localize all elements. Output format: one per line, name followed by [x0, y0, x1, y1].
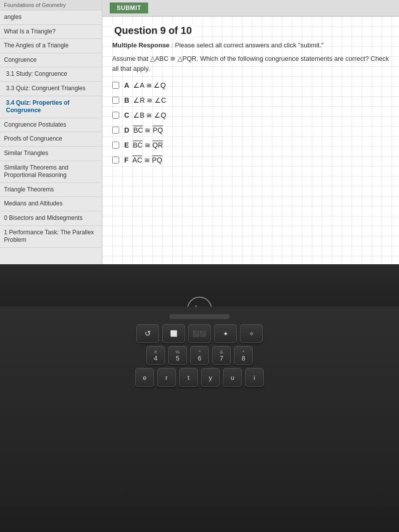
option-label-d: D	[124, 126, 129, 134]
sidebar-header: Foundations of Geometry	[0, 0, 102, 10]
laptop-body: hp ↺ ⬜ ⬛⬛ ✦ ✧	[0, 264, 399, 532]
sidebar-item-study-congruence[interactable]: 3.1 Study: Congruence	[0, 67, 102, 82]
sidebar-item-similar-triangles[interactable]: Similar Triangles	[0, 147, 102, 161]
checkbox-a[interactable]	[112, 82, 119, 89]
answer-option-b: B ∠R ≅ ∠C	[112, 96, 389, 104]
key-brightness-down[interactable]: ✦	[214, 324, 237, 343]
key-row-letters: e r t y u i	[10, 368, 389, 387]
checkbox-e[interactable]	[112, 142, 119, 149]
key-4[interactable]: # 4	[146, 346, 165, 365]
sidebar-item-what-is-triangle[interactable]: What Is a Triangle?	[0, 25, 102, 39]
sidebar-item-bisectors[interactable]: 0 Bisectors and Midsegments	[0, 211, 102, 226]
sidebar-item-angles-of-triangle[interactable]: The Angles of a Triangle	[0, 39, 102, 53]
option-math-d: BC ≅ PQ	[133, 126, 163, 134]
sidebar-item-quiz-congruent[interactable]: 3.3 Quiz: Congruent Triangles	[0, 82, 102, 96]
key-7[interactable]: & 7	[212, 346, 231, 365]
answer-option-e: E BC ≅ QR	[112, 141, 389, 149]
sidebar-item-quiz-properties[interactable]: 3.4 Quiz: Properties of Congruence	[0, 96, 102, 118]
key-row-fn: ↺ ⬜ ⬛⬛ ✦ ✧	[10, 324, 389, 343]
option-math-e: BC ≅ QR	[133, 141, 163, 149]
answer-option-c: C ∠B ≅ ∠Q	[112, 111, 389, 119]
sidebar-item-medians-altitudes[interactable]: Medians and Altitudes	[0, 197, 102, 211]
option-math-b: ∠R ≅ ∠C	[133, 96, 166, 104]
key-y[interactable]: y	[201, 368, 220, 387]
sidebar-item-angles[interactable]: angles	[0, 10, 102, 25]
option-math-a: ∠A ≅ ∠Q	[133, 81, 166, 89]
question-title: Question 9 of 10	[112, 24, 194, 37]
question-area: Question 9 of 10 Multiple Response : Ple…	[102, 16, 399, 264]
submit-button[interactable]: SUBMIT	[110, 2, 148, 13]
checkbox-c[interactable]	[112, 112, 119, 119]
question-body: Assume that △ABC ≅ △PQR. Which of the fo…	[112, 54, 389, 73]
key-row-numbers: # 4 % 5 ^ 6 & 7 * 8	[10, 346, 389, 365]
key-multiwindow[interactable]: ⬛⬛	[188, 324, 211, 343]
option-math-f: AC ≅ PQ	[133, 156, 162, 164]
key-brightness-up[interactable]: ✧	[240, 324, 263, 343]
sidebar-item-congruence-postulates[interactable]: Congruence Postulates	[0, 118, 102, 133]
option-label-e: E	[124, 141, 129, 149]
key-5[interactable]: % 5	[168, 346, 187, 365]
key-e[interactable]: e	[135, 368, 154, 387]
key-8[interactable]: * 8	[234, 346, 253, 365]
checkbox-d[interactable]	[112, 127, 119, 134]
submit-bar: SUBMIT	[102, 0, 399, 16]
screen-area: Foundations of Geometry angles What Is a…	[0, 0, 399, 264]
keyboard-area: ↺ ⬜ ⬛⬛ ✦ ✧ # 4	[0, 307, 399, 506]
key-window[interactable]: ⬜	[162, 324, 185, 343]
answer-option-a: A ∠A ≅ ∠Q	[112, 81, 389, 89]
sidebar-item-triangle-theorems[interactable]: Triangle Theorems	[0, 183, 102, 197]
key-c-special[interactable]: ↺	[136, 324, 159, 343]
option-label-f: F	[124, 156, 129, 164]
question-type-description: : Please select all correct answers and …	[171, 41, 323, 49]
key-u[interactable]: u	[223, 368, 242, 387]
answer-option-d: D BC ≅ PQ	[112, 126, 389, 134]
checkbox-b[interactable]	[112, 97, 119, 104]
key-6[interactable]: ^ 6	[190, 346, 209, 365]
touchpad-strip	[170, 314, 229, 319]
answer-option-f: F AC ≅ PQ	[112, 156, 389, 164]
key-t[interactable]: t	[179, 368, 198, 387]
keyboard-rows: ↺ ⬜ ⬛⬛ ✦ ✧ # 4	[10, 324, 389, 390]
sidebar-item-similarity-theorems[interactable]: Similarity Theorems and Proportional Rea…	[0, 161, 102, 183]
sidebar: Foundations of Geometry angles What Is a…	[0, 0, 102, 264]
sidebar-item-performance-task[interactable]: 1 Performance Task: The Parallex Problem	[0, 226, 102, 248]
question-type: Multiple Response : Please select all co…	[112, 41, 389, 49]
sidebar-item-congruence[interactable]: Congruence	[0, 53, 102, 68]
key-i[interactable]: i	[245, 368, 264, 387]
option-math-c: ∠B ≅ ∠Q	[133, 111, 166, 119]
option-label-c: C	[124, 111, 129, 119]
key-r[interactable]: r	[157, 368, 176, 387]
option-label-b: B	[124, 96, 129, 104]
main-content: SUBMIT Question 9 of 10 Multiple Respons…	[102, 0, 399, 264]
checkbox-f[interactable]	[112, 157, 119, 164]
option-label-a: A	[124, 81, 129, 89]
sidebar-item-proofs-congruence[interactable]: Proofs of Congruence	[0, 132, 102, 147]
